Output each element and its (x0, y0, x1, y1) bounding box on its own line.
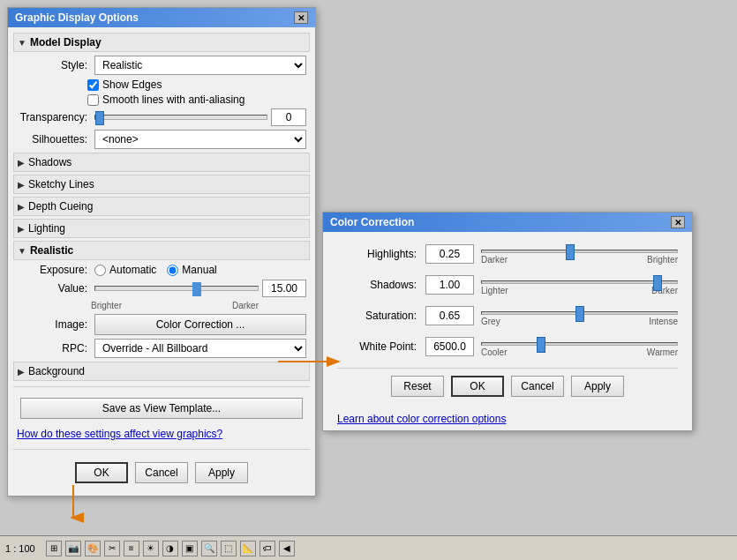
sketchy-lines-section-header[interactable]: ▶ Sketchy Lines (13, 175, 310, 194)
cc-cancel-button[interactable]: Cancel (511, 376, 564, 397)
white-point-input[interactable] (425, 337, 474, 356)
shadows-left-label: Lighter (481, 286, 508, 295)
lighting-section-header[interactable]: ▶ Lighting (13, 219, 310, 238)
main-dialog-titlebar[interactable]: Graphic Display Options ✕ (8, 8, 315, 27)
saturation-slider[interactable] (481, 311, 678, 315)
highlights-thumb (566, 244, 575, 260)
highlights-slider-area: Darker Brighter (481, 243, 678, 265)
white-point-slider-labels: Cooler Warmer (481, 347, 678, 357)
main-apply-button[interactable]: Apply (195, 462, 248, 483)
help-link[interactable]: How do these settings affect view graphi… (17, 428, 222, 440)
save-template-row: Save as View Template... (13, 392, 310, 424)
highlights-slider[interactable] (481, 250, 678, 253)
rpc-select-container: Override - All Billboard Override - All … (94, 339, 306, 358)
saturation-thumb (575, 306, 584, 322)
highlights-row: Highlights: Darker Brighter (337, 243, 678, 265)
value-row: Value: (13, 280, 310, 297)
taskbar: 1 : 100 ⊞ 📷 🎨 ✂ ≡ ☀ ◑ ▣ 🔍 ⬚ 📐 🏷 ◀ (0, 535, 737, 560)
cc-shadows-input[interactable] (425, 275, 474, 295)
color-correction-dialog: Color Correction ✕ Highlights: Darker Br… (322, 212, 693, 431)
highlights-input[interactable] (425, 244, 474, 264)
saturation-slider-area: Grey Intense (481, 304, 678, 326)
value-input[interactable] (262, 280, 306, 297)
main-dialog-title: Graphic Display Options (15, 11, 139, 24)
shadows-section-header[interactable]: ▶ Shadows (13, 153, 310, 172)
transparency-input[interactable] (271, 108, 306, 126)
color-correction-button[interactable]: Color Correction ... (94, 314, 306, 335)
value-slider-container (94, 280, 306, 297)
crop-icon[interactable]: ✂ (104, 541, 120, 556)
value-slider[interactable] (94, 286, 259, 291)
shadows-label: Shadows (28, 156, 71, 168)
exposure-manual-radio[interactable] (167, 265, 178, 276)
style-select-container: Realistic Shaded Wireframe (94, 56, 306, 75)
transparency-slider-container (94, 108, 306, 126)
exposure-automatic-label: Automatic (109, 264, 156, 276)
style-select[interactable]: Realistic Shaded Wireframe (94, 56, 306, 75)
render-icon[interactable]: 🎨 (85, 541, 101, 556)
realistic-section-header[interactable]: ▼ Realistic (13, 241, 310, 260)
detail-icon[interactable]: 🔍 (201, 541, 217, 556)
graphic-display-options-dialog: Graphic Display Options ✕ ▼ Model Displa… (7, 7, 316, 497)
arrow-left-icon[interactable]: ◀ (279, 541, 295, 556)
highlights-left-label: Darker (481, 255, 508, 265)
camera-icon[interactable]: 📷 (65, 541, 81, 556)
help-link-row: How do these settings affect view graphi… (13, 424, 310, 444)
smooth-lines-label: Smooth lines with anti-aliasing (102, 93, 244, 106)
style-label: Style: (17, 59, 87, 71)
white-point-left-label: Cooler (481, 347, 507, 357)
model-display-arrow-icon: ▼ (18, 38, 26, 48)
cc-ok-button[interactable]: OK (451, 376, 504, 397)
saturation-label: Saturation: (337, 310, 417, 322)
depth-cueing-label: Depth Cueing (28, 200, 93, 213)
cc-shadows-label: Shadows: (337, 279, 417, 291)
value-slider-labels: Brighter Darker (13, 301, 310, 310)
cc-footer: Learn about color correction options (323, 407, 692, 430)
cc-dialog-titlebar[interactable]: Color Correction ✕ (323, 213, 692, 232)
grid-icon[interactable]: ⊞ (46, 541, 62, 556)
background-section-header[interactable]: ▶ Background (13, 362, 310, 381)
cc-reset-button[interactable]: Reset (391, 376, 444, 397)
sun-icon[interactable]: ☀ (143, 541, 159, 556)
cc-dialog-body: Highlights: Darker Brighter Shadows: (323, 232, 692, 407)
silhouettes-select-container: <none> (94, 130, 306, 149)
rpc-select[interactable]: Override - All Billboard Override - All … (94, 339, 306, 358)
silhouettes-select[interactable]: <none> (94, 130, 306, 149)
white-point-slider[interactable] (481, 342, 678, 346)
image-row: Image: Color Correction ... (13, 314, 310, 335)
main-ok-button[interactable]: OK (75, 462, 128, 483)
tag-icon[interactable]: 🏷 (259, 541, 275, 556)
highlights-slider-labels: Darker Brighter (481, 255, 678, 265)
shadows-arrow-icon: ▶ (18, 158, 25, 168)
main-dialog-close-button[interactable]: ✕ (294, 11, 308, 24)
thin-lines-icon[interactable]: ≡ (124, 541, 139, 556)
model-icon[interactable]: ▣ (182, 541, 198, 556)
cc-dialog-close-button[interactable]: ✕ (671, 216, 685, 228)
cc-apply-button[interactable]: Apply (571, 376, 624, 397)
exposure-automatic-row: Automatic (94, 264, 156, 276)
depth-cueing-section-header[interactable]: ▶ Depth Cueing (13, 197, 310, 216)
exposure-automatic-radio[interactable] (94, 265, 106, 276)
exposure-manual-label: Manual (182, 264, 216, 276)
shadows-slider-area: Lighter Darker (481, 273, 678, 295)
shadows-icon[interactable]: ◑ (162, 541, 178, 556)
scale-icon[interactable]: 📐 (240, 541, 256, 556)
show-edges-checkbox[interactable] (87, 79, 99, 91)
rpc-label: RPC: (17, 342, 87, 355)
smooth-lines-checkbox[interactable] (87, 94, 99, 106)
exposure-row: Exposure: Automatic Manual (13, 264, 310, 276)
white-point-slider-area: Cooler Warmer (481, 335, 678, 357)
background-label: Background (28, 365, 85, 377)
transparency-slider[interactable] (94, 115, 267, 120)
depth-cueing-arrow-icon: ▶ (18, 202, 25, 212)
main-cancel-button[interactable]: Cancel (135, 462, 188, 483)
cc-learn-link[interactable]: Learn about color correction options (337, 413, 506, 425)
saturation-right-label: Intense (649, 317, 678, 326)
show-edges-label: Show Edges (102, 78, 162, 91)
regions-icon[interactable]: ⬚ (221, 541, 237, 556)
save-template-button[interactable]: Save as View Template... (20, 398, 303, 419)
saturation-left-label: Grey (481, 317, 500, 326)
model-display-section-header[interactable]: ▼ Model Display (13, 33, 310, 52)
saturation-input[interactable] (425, 306, 474, 325)
shadows-slider[interactable] (481, 280, 678, 284)
